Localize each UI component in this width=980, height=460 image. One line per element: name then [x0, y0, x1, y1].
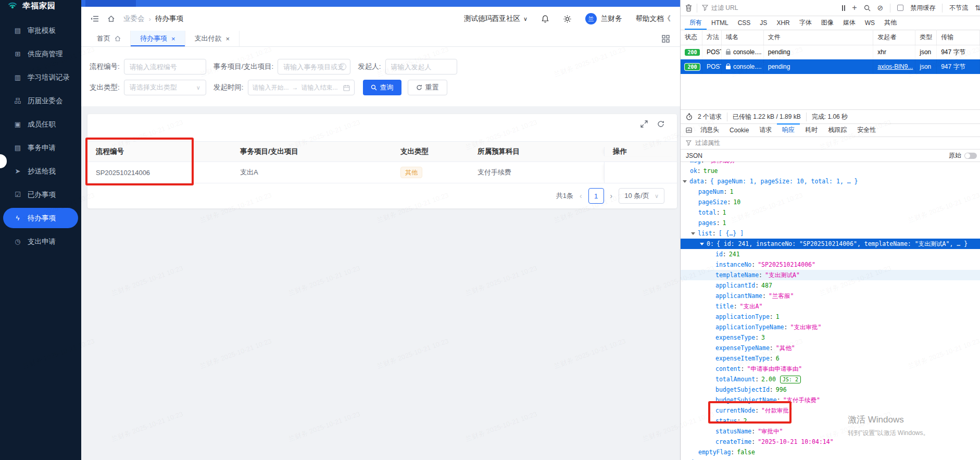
net-column-header[interactable]: 状态	[681, 30, 702, 45]
settings-gear-icon[interactable]	[563, 15, 572, 23]
page-tab-待办事项[interactable]: 待办事项×	[131, 31, 185, 46]
sidebar-item-供应商管理[interactable]: ⊞供应商管理	[0, 42, 81, 66]
process-no-input[interactable]	[124, 59, 206, 74]
net-filter-tab-CSS[interactable]: CSS	[733, 16, 756, 30]
close-icon[interactable]: ×	[226, 35, 230, 42]
json-row-msg[interactable]: msg:"操作成功"	[681, 161, 980, 166]
json-row-applicantId[interactable]: applicantId:487	[681, 280, 980, 291]
net-filter-tab-其他[interactable]: 其他	[880, 16, 901, 30]
net-column-header[interactable]: 类型	[915, 30, 937, 45]
json-row-title[interactable]: title:"支出A"	[681, 301, 980, 312]
user-menu[interactable]: 兰 兰财务	[585, 13, 622, 24]
net-column-header[interactable]: 发起者	[873, 30, 915, 45]
raw-toggle-switch[interactable]	[964, 153, 977, 159]
detail-tab-耗时[interactable]: 耗时	[800, 123, 823, 136]
sidebar-item-学习培训记录[interactable]: ▥学习培训记录	[0, 66, 81, 89]
detail-tab-Cookie[interactable]: Cookie	[724, 123, 754, 136]
json-row-data[interactable]: data:{ pageNum: 1, pageSize: 10, total: …	[681, 176, 980, 187]
net-filter-tab-图像[interactable]: 图像	[816, 16, 838, 30]
clear-requests-trash-icon[interactable]	[685, 4, 692, 11]
page-tab-首页[interactable]: 首页	[87, 31, 131, 46]
json-row-applicationTypeName[interactable]: applicationTypeName:"支出审批"	[681, 322, 980, 332]
json-row-budgetSubjectName[interactable]: budgetSubjectName:"支付手续费"	[681, 395, 980, 405]
home-icon[interactable]	[107, 15, 115, 22]
json-row-id[interactable]: id:241	[681, 249, 980, 259]
json-row-status[interactable]: status:2	[681, 416, 980, 426]
topnav-tab-业委会[interactable]: ▦业委会	[85, 0, 136, 7]
net-filter-tab-所有[interactable]: 所有	[685, 16, 707, 30]
pause-traffic-icon[interactable]	[842, 5, 845, 11]
json-row-dataType[interactable]: dataType:1	[681, 457, 980, 460]
json-row-expenseItemType[interactable]: expenseItemType:6	[681, 353, 980, 364]
detail-tab-栈跟踪[interactable]: 栈跟踪	[823, 123, 852, 136]
date-range-picker[interactable]: 请输入开始... → 请输入结束...	[248, 80, 355, 95]
search-button[interactable]: 查询	[363, 80, 401, 95]
search-requests-icon[interactable]	[864, 5, 871, 11]
json-row-emptyFlag[interactable]: emptyFlag:false	[681, 447, 980, 457]
net-column-header[interactable]: 传输	[937, 30, 980, 45]
page-number-1[interactable]: 1	[588, 188, 604, 204]
json-row-pages[interactable]: pages:1	[681, 218, 980, 228]
net-filter-tab-HTML[interactable]: HTML	[707, 16, 733, 30]
help-doc-link[interactable]: 帮助文档《	[636, 14, 671, 23]
har-import-export-icon[interactable]: ⇅	[975, 4, 980, 11]
expand-arrow-icon[interactable]	[683, 180, 687, 183]
network-request-row[interactable]: 200POSTconsole....pendingxhrjson947 字节	[681, 45, 980, 59]
topnav-tab-财务[interactable]: ▣财务	[136, 0, 180, 7]
json-row-total[interactable]: total:1	[681, 207, 980, 218]
detail-tab-响应[interactable]: 响应	[777, 123, 800, 136]
sidebar-item-历届业委会[interactable]: 品历届业委会	[0, 89, 81, 113]
network-request-row[interactable]: 200POSTconsole....pendingaxios-BlN9...js…	[681, 59, 980, 74]
throttling-select[interactable]: 不节流	[949, 4, 968, 13]
new-request-plus-icon[interactable]: +	[852, 4, 857, 12]
json-row-pageNum[interactable]: pageNum:1	[681, 187, 980, 197]
notification-bell-icon[interactable]	[541, 15, 549, 23]
net-filter-tab-WS[interactable]: WS	[860, 16, 880, 30]
net-filter-tab-XHR[interactable]: XHR	[772, 16, 794, 30]
filter-properties-input[interactable]: 过滤属性	[681, 137, 980, 150]
json-row-applicationType[interactable]: applicationType:1	[681, 312, 980, 322]
json-row-pageSize[interactable]: pageSize:10	[681, 197, 980, 207]
initiator-input[interactable]	[385, 59, 457, 74]
initiator-text[interactable]: axios-BlN9...	[877, 63, 913, 70]
filter-url-input[interactable]: 过滤 URL	[702, 4, 837, 13]
net-filter-tab-媒体[interactable]: 媒体	[838, 16, 860, 30]
sidebar-item-事务申请[interactable]: ▤事务申请	[0, 136, 81, 159]
sidebar-item-审批模板[interactable]: ▤审批模板	[0, 19, 81, 42]
net-column-header[interactable]: 文件	[764, 30, 874, 45]
json-row-statusName[interactable]: statusName:"审批中"	[681, 426, 980, 437]
net-filter-tab-字体[interactable]: 字体	[795, 16, 816, 30]
json-row-list[interactable]: list:[ {…} ]	[681, 228, 980, 239]
breadcrumb-root[interactable]: 业委会	[123, 14, 145, 23]
detail-tab-安全性[interactable]: 安全性	[852, 123, 881, 136]
sidebar-item-成员任职[interactable]: ▣成员任职	[0, 113, 81, 136]
detail-tab-请求[interactable]: 请求	[754, 123, 777, 136]
json-row-instanceNo[interactable]: instanceNo:"SP202510214006"	[681, 259, 980, 270]
refresh-table-icon[interactable]	[657, 120, 664, 128]
net-column-header[interactable]: 域名	[722, 30, 764, 45]
json-row-0[interactable]: 0:{ id: 241, instanceNo: "SP202510214006…	[681, 239, 980, 249]
page-size-select[interactable]: 10 条/页 ∨	[619, 188, 664, 204]
json-row-totalAmount[interactable]: totalAmount:2.00JS: 2	[681, 374, 980, 384]
expand-arrow-icon[interactable]	[700, 243, 704, 245]
reset-button[interactable]: 重置	[408, 80, 447, 95]
community-selector[interactable]: 测试德玛西亚社区 ∨	[464, 14, 527, 23]
expand-arrow-icon[interactable]	[691, 232, 695, 235]
net-column-header[interactable]: 方法	[702, 30, 722, 45]
collapse-sidebar-icon[interactable]	[91, 15, 99, 22]
close-icon[interactable]: ×	[171, 35, 175, 42]
json-row-content[interactable]: content:"申请事由申请事由"	[681, 364, 980, 374]
block-requests-icon[interactable]: ⊘	[877, 4, 884, 11]
sidebar-item-支出申请[interactable]: ◷支出申请	[0, 230, 81, 253]
table-row[interactable]: SP202510214006支出A其他支付手续费	[87, 162, 677, 183]
next-page-icon[interactable]: ›	[610, 192, 613, 200]
prev-page-icon[interactable]: ‹	[580, 192, 582, 200]
json-row-ok[interactable]: ok:true	[681, 166, 980, 176]
disable-cache-checkbox[interactable]	[897, 5, 903, 11]
expense-type-select[interactable]: 请选择支出类型 ∨	[124, 80, 206, 95]
json-row-createTime[interactable]: createTime:"2025-10-21 10:04:14"	[681, 437, 980, 447]
sidebar-item-抄送给我[interactable]: ➤抄送给我	[0, 159, 81, 183]
detail-tab-消息头[interactable]: 消息头	[695, 123, 724, 136]
dock-panel-icon[interactable]	[684, 123, 694, 136]
json-row-applicantName[interactable]: applicantName:"兰客服"	[681, 291, 980, 301]
